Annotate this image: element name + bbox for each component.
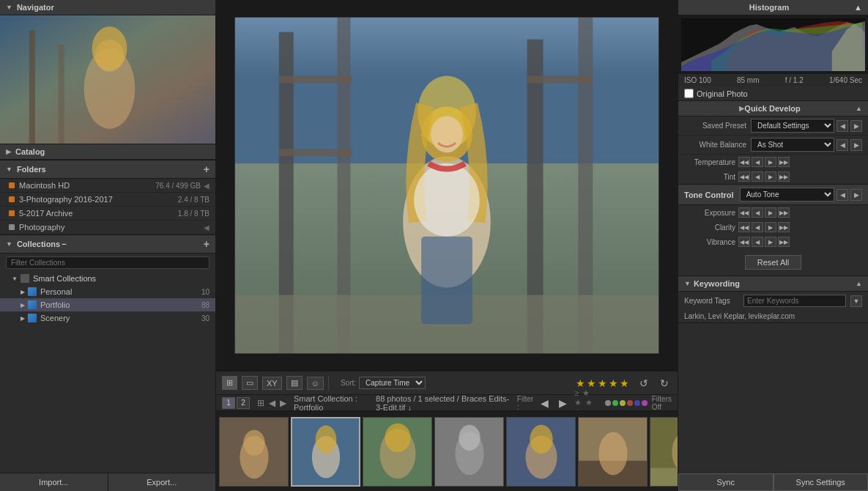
folder-item-macintosh[interactable]: Macintosh HD 76.4 / 499 GB ◀ [0, 179, 215, 193]
clarity-btn-2[interactable]: ◀ [752, 222, 763, 232]
filmstrip-item-5[interactable] [506, 417, 576, 487]
filmstrip-item-2[interactable] [291, 417, 360, 487]
collections-header[interactable]: ▼ Collections − + [0, 235, 215, 254]
temp-btn-4[interactable]: ▶▶ [778, 157, 790, 167]
compare-view-button[interactable]: XY [262, 377, 282, 390]
collections-minus-button[interactable]: − [60, 240, 67, 248]
tint-btn-4[interactable]: ▶▶ [778, 171, 790, 182]
folder-item-photography-2016[interactable]: 3-Photography 2016-2017 2.4 / 8 TB [0, 193, 215, 207]
temp-btn-2[interactable]: ◀ [752, 157, 763, 167]
filmstrip-item-6[interactable] [578, 417, 648, 487]
saved-preset-select[interactable]: Default Settings [751, 119, 834, 133]
filmstrip-photo-5 [507, 418, 575, 486]
nav-arrow-left[interactable]: ⊞ [256, 398, 266, 408]
folder-size-archive: 1.8 / 8 TB [178, 210, 209, 218]
filmstrip-item-3[interactable] [363, 417, 432, 487]
collection-item-personal[interactable]: ▶ Personal 10 [0, 285, 215, 298]
collection-portfolio-icon [28, 300, 37, 309]
quick-develop-header[interactable]: ▶ Quick Develop ▲ [678, 101, 868, 117]
saved-preset-label: Saved Preset [684, 122, 746, 130]
import-button[interactable]: Import... [0, 473, 108, 491]
filmstrip-photo-6 [579, 418, 647, 486]
saved-preset-next[interactable]: ▶ [850, 120, 862, 132]
original-photo-row: Original Photo [678, 86, 868, 100]
quick-develop-collapse-icon: ▲ [856, 105, 862, 112]
sort-select[interactable]: Capture Time Edit Date File Name [359, 377, 426, 389]
sync-settings-button[interactable]: Sync Settings [774, 473, 869, 491]
collections-add-button[interactable]: + [204, 238, 209, 250]
export-button[interactable]: Export... [108, 473, 216, 491]
nav-arrow-next[interactable]: ▶ [278, 398, 288, 408]
collections-filter-input[interactable] [6, 256, 209, 269]
catalog-section: ▶ Catalog [0, 144, 215, 160]
catalog-header[interactable]: ▶ Catalog [0, 144, 215, 160]
tone-control-next[interactable]: ▶ [850, 189, 862, 201]
quick-develop-label: Quick Develop [744, 104, 800, 113]
collection-portfolio-triangle: ▶ [21, 302, 25, 309]
tint-btn-3[interactable]: ▶ [765, 171, 776, 182]
temp-btn-3[interactable]: ▶ [765, 157, 776, 167]
people-view-button[interactable]: ☺ [307, 377, 324, 390]
tone-control-select[interactable]: Auto Tone [740, 188, 834, 202]
exp-btn-4[interactable]: ▶▶ [778, 207, 790, 218]
clarity-btn-3[interactable]: ▶ [765, 222, 776, 232]
folder-item-archive[interactable]: 5-2017 Archive 1.8 / 8 TB [0, 207, 215, 221]
filmstrip-item-7[interactable] [650, 417, 678, 487]
quick-develop-triangle: ▶ [739, 105, 744, 112]
svg-point-30 [385, 423, 410, 451]
exp-btn-3[interactable]: ▶ [765, 207, 776, 218]
folder-item-photography[interactable]: Photography ◀ [0, 221, 215, 235]
keyword-tags-expand[interactable]: ▼ [850, 295, 862, 307]
saved-preset-row: Saved Preset Default Settings ◀ ▶ [678, 117, 868, 136]
collections-section: ▼ Collections − + ▼ Smart Collections ▶ … [0, 235, 215, 473]
left-panel: ▼ Navigator [0, 0, 216, 491]
exposure-row: Exposure ◀◀ ◀ ▶ ▶▶ [678, 205, 868, 220]
vibrance-btn-2[interactable]: ◀ [752, 237, 763, 247]
clarity-btn-4[interactable]: ▶▶ [778, 222, 790, 232]
filmstrip-item-4[interactable] [434, 417, 504, 487]
vibrance-btn-3[interactable]: ▶ [765, 237, 776, 247]
collection-item-scenery[interactable]: ▶ Scenery 30 [0, 311, 215, 325]
svg-point-27 [316, 425, 337, 453]
page-2[interactable]: 2 [237, 397, 250, 409]
tint-btn-1[interactable]: ◀◀ [738, 171, 750, 182]
tone-control-section: Tone Control Auto Tone ◀ ▶ Exposure ◀◀ ◀… [678, 185, 868, 276]
grid-view-button[interactable]: ⊞ [222, 376, 237, 390]
folder-icon-photography [9, 224, 15, 230]
white-balance-next[interactable]: ▶ [850, 139, 862, 151]
keywording-header[interactable]: ▼ Keywording ▲ [678, 276, 868, 292]
tone-control-prev[interactable]: ◀ [837, 189, 848, 201]
reset-all-button[interactable]: Reset All [745, 255, 801, 270]
toolbar-separator-1 [328, 376, 329, 391]
tint-btn-2[interactable]: ◀ [752, 171, 763, 182]
loupe-view-button[interactable]: ▭ [242, 376, 258, 390]
collection-item-portfolio[interactable]: ▶ Portfolio 88 [0, 298, 215, 311]
filter-next-button[interactable]: ▶ [556, 396, 570, 410]
page-1[interactable]: 1 [222, 397, 235, 409]
collection-personal-icon [28, 287, 37, 296]
exp-btn-2[interactable]: ◀ [752, 207, 763, 218]
tone-control-header[interactable]: Tone Control Auto Tone ◀ ▶ [678, 185, 868, 205]
temp-btn-1[interactable]: ◀◀ [738, 157, 750, 167]
folders-header[interactable]: ▼ Folders + [0, 160, 215, 179]
tone-control-select-area: Auto Tone ◀ ▶ [740, 188, 862, 202]
vibrance-btn-1[interactable]: ◀◀ [738, 237, 750, 247]
clarity-btn-1[interactable]: ◀◀ [738, 222, 750, 232]
vibrance-btn-4[interactable]: ▶▶ [778, 237, 790, 247]
nav-arrow-prev[interactable]: ◀ [267, 398, 277, 408]
folders-add-button[interactable]: + [204, 163, 209, 175]
saved-preset-prev[interactable]: ◀ [837, 120, 848, 132]
sync-button[interactable]: Sync [678, 473, 774, 491]
white-balance-prev[interactable]: ◀ [837, 139, 848, 151]
filter-prev-button[interactable]: ◀ [538, 396, 552, 410]
exp-btn-1[interactable]: ◀◀ [738, 207, 750, 218]
original-photo-checkbox[interactable] [684, 89, 694, 98]
collection-personal-count: 10 [201, 288, 209, 296]
keyword-tags-input[interactable] [743, 295, 846, 307]
filmstrip-item-1[interactable] [219, 417, 289, 487]
histogram-header[interactable]: Histogram ▲ [678, 0, 868, 15]
navigator-header[interactable]: ▼ Navigator [0, 0, 215, 15]
survey-view-button[interactable]: ▤ [286, 376, 303, 390]
smart-collections-header[interactable]: ▼ Smart Collections [0, 272, 215, 285]
white-balance-select[interactable]: As Shot Auto Daylight [751, 138, 834, 152]
